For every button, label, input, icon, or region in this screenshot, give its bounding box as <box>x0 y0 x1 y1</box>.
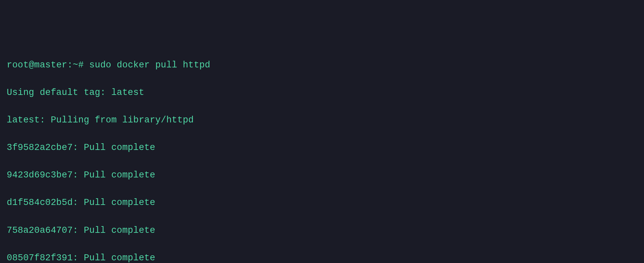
output-layer-1: 9423d69c3be7: Pull complete <box>7 168 637 182</box>
prompt-user: root <box>7 60 29 70</box>
output-using-default-tag: Using default tag: latest <box>7 86 637 100</box>
output-layer-3: 758a20a64707: Pull complete <box>7 224 637 238</box>
prompt-cwd: ~ <box>73 60 78 70</box>
prompt-host: master <box>34 60 67 70</box>
output-layer-2: d1f584c02b5d: Pull complete <box>7 196 637 210</box>
output-pulling-from: latest: Pulling from library/httpd <box>7 113 637 127</box>
output-layer-0: 3f9582a2cbe7: Pull complete <box>7 141 637 155</box>
command-1: sudo docker pull httpd <box>89 60 210 70</box>
output-layer-4: 08507f82f391: Pull complete <box>7 251 637 263</box>
prompt-line-1: root@master:~# sudo docker pull httpd <box>7 58 637 72</box>
